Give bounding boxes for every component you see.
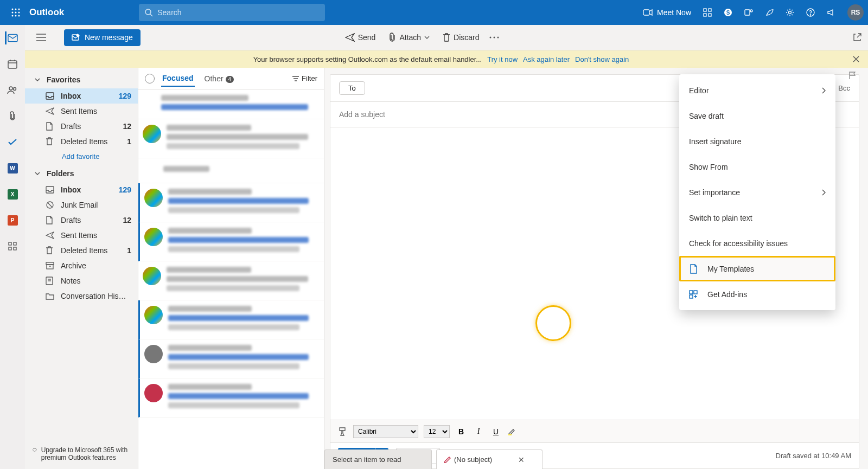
message-item[interactable] xyxy=(138,119,324,158)
popout-button[interactable] xyxy=(853,33,861,42)
menu-check-a11y[interactable]: Check for accessibility issues xyxy=(679,230,835,256)
toolbar-more-button[interactable] xyxy=(489,36,499,38)
fav-sent[interactable]: Sent Items xyxy=(25,104,138,119)
menu-editor[interactable]: Editor xyxy=(679,78,835,103)
folders-section[interactable]: Folders xyxy=(25,165,138,182)
fav-drafts[interactable]: Drafts12 xyxy=(25,119,138,134)
rail-people[interactable] xyxy=(6,83,19,97)
svg-rect-18 xyxy=(745,10,750,15)
rail-more-apps[interactable] xyxy=(6,240,19,253)
message-item[interactable] xyxy=(138,183,324,222)
svg-rect-14 xyxy=(704,14,706,16)
svg-point-3 xyxy=(12,12,14,14)
banner-close-button[interactable] xyxy=(853,56,859,62)
svg-rect-24 xyxy=(8,61,17,68)
font-size-select[interactable]: 12 xyxy=(424,425,450,438)
message-item[interactable] xyxy=(138,89,324,119)
search-input[interactable] xyxy=(157,8,320,17)
menu-get-addins[interactable]: Get Add-ins xyxy=(679,281,835,307)
svg-rect-32 xyxy=(9,247,11,250)
teams-icon[interactable] xyxy=(744,8,753,17)
svg-point-40 xyxy=(497,37,499,38)
italic-button[interactable]: I xyxy=(473,427,484,436)
folder-inbox[interactable]: Inbox129 xyxy=(25,182,138,197)
filter-button[interactable]: Filter xyxy=(292,74,317,82)
favorites-section[interactable]: Favorites xyxy=(25,71,138,88)
menu-plain-text[interactable]: Switch to plain text xyxy=(679,205,835,230)
bcc-button[interactable]: Bcc xyxy=(838,84,850,92)
folder-archive[interactable]: Archive xyxy=(25,258,138,273)
fav-deleted[interactable]: Deleted Items1 xyxy=(25,134,138,149)
tab-focused[interactable]: Focused xyxy=(161,70,195,87)
tab-other[interactable]: Other4 xyxy=(203,71,235,86)
folder-junk[interactable]: Junk Email xyxy=(25,197,138,213)
rail-files[interactable] xyxy=(6,110,19,123)
message-item[interactable] xyxy=(138,378,324,417)
leaf-icon[interactable] xyxy=(765,8,774,17)
svg-rect-59 xyxy=(508,434,512,435)
megaphone-icon[interactable] xyxy=(827,8,835,17)
nav-toggle[interactable] xyxy=(31,29,51,46)
bottom-tab-nosubject[interactable]: (No subject) ✕ xyxy=(436,449,542,469)
svg-point-6 xyxy=(12,15,14,17)
people-icon xyxy=(7,86,18,94)
search-box[interactable] xyxy=(139,4,325,21)
upgrade-promo[interactable]: Upgrade to Microsoft 365 with premium Ou… xyxy=(25,440,138,469)
folder-deleted[interactable]: Deleted Items1 xyxy=(25,243,138,258)
skype-icon[interactable]: S xyxy=(724,8,732,17)
menu-show-from[interactable]: Show From xyxy=(679,154,835,179)
banner-try-link[interactable]: Try it now xyxy=(487,55,518,63)
user-avatar[interactable]: RS xyxy=(847,4,864,21)
inbox-icon xyxy=(46,92,54,100)
fav-inbox[interactable]: Inbox129 xyxy=(25,88,138,104)
folder-conv-history[interactable]: Conversation His… xyxy=(25,288,138,304)
folder-drafts[interactable]: Drafts12 xyxy=(25,213,138,228)
underline-button[interactable]: U xyxy=(490,427,502,436)
rail-mail[interactable] xyxy=(5,31,18,44)
new-message-button[interactable]: New message xyxy=(64,29,141,46)
add-favorite-link[interactable]: Add favorite xyxy=(25,149,138,165)
menu-my-templates[interactable]: My Templates xyxy=(679,256,835,281)
highlight-button[interactable] xyxy=(507,427,519,436)
send-top-button[interactable]: Send xyxy=(345,33,376,42)
waffle-launcher[interactable] xyxy=(4,8,27,17)
attach-button[interactable]: Attach xyxy=(388,33,430,42)
format-painter-icon[interactable] xyxy=(338,427,348,436)
rail-excel[interactable]: X xyxy=(6,188,19,201)
discard-top-button[interactable]: Discard xyxy=(443,33,479,42)
rail-powerpoint[interactable]: P xyxy=(6,214,19,227)
tab-close[interactable]: ✕ xyxy=(518,455,525,464)
select-all[interactable] xyxy=(145,74,155,83)
meet-now-button[interactable]: Meet Now xyxy=(643,8,691,17)
rail-calendar[interactable] xyxy=(6,57,19,70)
chevron-down-icon xyxy=(35,172,40,175)
settings-icon[interactable] xyxy=(786,8,794,17)
compose-more-menu: Editor Save draft Insert signature Show … xyxy=(679,74,835,310)
message-item[interactable] xyxy=(138,261,324,300)
font-name-select[interactable]: Calibri xyxy=(353,425,418,438)
menu-insert-signature[interactable]: Insert signature xyxy=(679,129,835,154)
help-icon[interactable] xyxy=(806,8,815,17)
junk-icon xyxy=(46,201,54,209)
message-item[interactable] xyxy=(138,300,324,339)
svg-point-22 xyxy=(810,15,810,15)
menu-set-importance[interactable]: Set importance xyxy=(679,179,835,205)
reading-compose-pane: Editor Save draft Insert signature Show … xyxy=(324,68,868,469)
banner-later-link[interactable]: Ask again later xyxy=(523,55,570,63)
folder-sent[interactable]: Sent Items xyxy=(25,228,138,243)
bottom-tab-select[interactable]: Select an item to read xyxy=(324,449,432,469)
more-icon xyxy=(489,36,499,38)
bold-button[interactable]: B xyxy=(455,427,467,436)
banner-dont-link[interactable]: Don't show again xyxy=(575,55,629,63)
menu-save-draft[interactable]: Save draft xyxy=(679,103,835,129)
message-item[interactable] xyxy=(138,339,324,378)
grid-apps-icon[interactable] xyxy=(703,8,712,17)
svg-text:S: S xyxy=(726,10,730,16)
draft-icon xyxy=(46,122,53,131)
to-button[interactable]: To xyxy=(339,81,365,95)
folder-notes[interactable]: Notes xyxy=(25,273,138,288)
rail-todo[interactable] xyxy=(6,136,19,149)
message-item[interactable] xyxy=(138,222,324,261)
rail-word[interactable]: W xyxy=(6,162,19,175)
message-item[interactable] xyxy=(138,158,324,183)
